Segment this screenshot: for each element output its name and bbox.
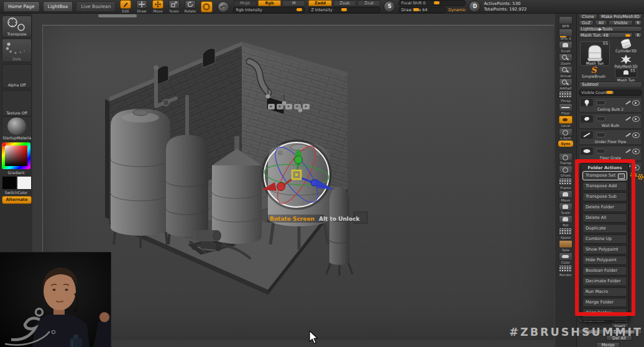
lightbox-tools-button[interactable]: Lightbox▶Tools bbox=[579, 26, 642, 32]
mrgb-button[interactable]: Mrgb bbox=[233, 0, 256, 6]
right-shelf-item-frame[interactable]: Frame bbox=[555, 178, 576, 190]
visibility-eye-icon[interactable] bbox=[632, 100, 640, 106]
goz-all-button[interactable]: All bbox=[595, 20, 607, 25]
visibility-eye-icon[interactable] bbox=[632, 116, 640, 122]
material-selector[interactable]: StartupMaterial bbox=[2, 116, 32, 141]
zadd-button[interactable]: Zadd bbox=[308, 0, 331, 6]
goz-visible-button[interactable]: Visible bbox=[609, 20, 633, 25]
right-shelf-item-xpose[interactable]: Xpose bbox=[555, 228, 576, 239]
alpha-selector[interactable]: Alpha Off bbox=[2, 64, 32, 88]
document-area[interactable]: Rotate Screen Alt to Unlock bbox=[42, 25, 554, 340]
sculptris-pro-icon bbox=[201, 1, 213, 12]
lightbox-button[interactable]: LightBox bbox=[43, 1, 73, 12]
subtool-item-under-floor-pipe[interactable]: Under Floor Pipe bbox=[579, 129, 642, 145]
polypaint-toggle[interactable] bbox=[596, 132, 605, 137]
subtool-item-ceiling-bulb-2[interactable]: Ceiling Bulb 2 bbox=[579, 97, 642, 113]
current-tool-thumbnail[interactable]: 55 Mash Tun bbox=[580, 41, 610, 66]
alternate-button[interactable]: Alternate bbox=[2, 196, 32, 204]
slider-nub[interactable] bbox=[413, 8, 419, 11]
rgb-intensity-slider[interactable]: Rgb Intensity bbox=[233, 7, 305, 13]
edit-pencil-icon[interactable] bbox=[625, 101, 630, 104]
zcut-button[interactable]: Zcut bbox=[357, 0, 380, 6]
right-shelf-item-color[interactable]: Color bbox=[555, 252, 576, 264]
right-shelf-item-local[interactable]: Local bbox=[555, 116, 576, 127]
stroke-stamp-icon[interactable]: S bbox=[384, 1, 395, 12]
current-brush-transpose[interactable]: Transpose bbox=[2, 16, 32, 37]
right-shelf-item-lsym[interactable]: L.Sym bbox=[555, 128, 576, 140]
active-tool-slider[interactable]: Mash Tun. 48 bbox=[579, 32, 633, 38]
draw-size-slider[interactable]: Draw Size 64 bbox=[398, 7, 446, 13]
right-shelf-item-move[interactable]: Move bbox=[555, 190, 576, 202]
subtool-section-header[interactable]: Subtool bbox=[579, 81, 642, 88]
recent-tool-mashtun[interactable]: 55 Mash Tun bbox=[611, 68, 641, 82]
subtool-merge-button[interactable]: Merge bbox=[596, 342, 620, 347]
color-picker[interactable] bbox=[2, 142, 30, 169]
depth-stamp-icon[interactable]: D bbox=[469, 1, 481, 12]
gizmo-option-chips[interactable] bbox=[268, 104, 310, 109]
right-shelf-item-render[interactable]: Render bbox=[555, 265, 576, 277]
tank-rocket-right[interactable] bbox=[326, 187, 367, 275]
make-polymesh3d-button[interactable]: Make PolyMesh3D bbox=[599, 14, 642, 19]
edit-pencil-icon[interactable] bbox=[625, 133, 630, 137]
right-shelf-item-bpr[interactable]: BPR bbox=[555, 16, 576, 28]
zsub-button[interactable]: Zsub bbox=[333, 0, 356, 6]
right-shelf-item-persp[interactable]: Persp bbox=[555, 91, 576, 103]
dynamic-toggle[interactable]: Dynamic bbox=[448, 7, 466, 12]
right-shelf-item-actual[interactable]: Actual bbox=[555, 66, 576, 78]
lightbox-divider-handle[interactable] bbox=[98, 14, 137, 17]
texture-selector[interactable]: Texture Off bbox=[2, 90, 32, 116]
recent-tool-cylinder3d[interactable]: Cylinder3D bbox=[611, 39, 641, 53]
rotate-button[interactable]: Rotate bbox=[183, 0, 196, 13]
scale-button[interactable]: Scale bbox=[167, 0, 180, 13]
edit-pencil-icon[interactable] bbox=[625, 149, 630, 153]
right-shelf-item-scale[interactable]: Scale bbox=[555, 203, 576, 215]
right-shelf-item-solo[interactable]: Solo bbox=[555, 240, 576, 252]
recent-tool-polymesh3d[interactable]: PolyMesh3D bbox=[611, 55, 641, 68]
clone-button[interactable]: Clone bbox=[579, 14, 597, 19]
right-shelf-item-rot[interactable]: Rot bbox=[555, 215, 576, 227]
focal-shift-slider[interactable]: Focal Shift 0 bbox=[398, 0, 466, 6]
r-button-small[interactable]: R bbox=[634, 32, 642, 38]
floor-pump[interactable] bbox=[191, 230, 221, 251]
visibility-eye-icon[interactable] bbox=[632, 132, 640, 138]
draw-button[interactable]: Draw bbox=[135, 0, 148, 13]
right-shelf-item-scroll[interactable]: Scroll bbox=[555, 41, 576, 53]
goz-button[interactable]: GoZ bbox=[579, 20, 594, 25]
sculptris-pro-button[interactable] bbox=[200, 1, 213, 12]
edit-pencil-icon[interactable] bbox=[625, 117, 630, 121]
gear-icon[interactable] bbox=[637, 174, 644, 180]
right-shelf-item-floor[interactable]: Floor bbox=[555, 103, 576, 115]
right-shelf-item-sync[interactable]: Sync bbox=[555, 141, 576, 152]
polypaint-toggle[interactable] bbox=[596, 149, 605, 154]
slider-nub[interactable] bbox=[297, 8, 302, 11]
viewport-3d-scene[interactable]: Rotate Screen Alt to Unlock bbox=[63, 25, 411, 299]
main-color-swatch[interactable] bbox=[2, 176, 17, 190]
slider-nub[interactable] bbox=[607, 91, 612, 94]
right-shelf-item-ghost[interactable]: Ghost bbox=[555, 165, 576, 177]
r-button[interactable]: R bbox=[634, 20, 642, 25]
right-shelf-item-aahalf[interactable]: AAHalf bbox=[555, 78, 576, 90]
right-shelf-item-zoom[interactable]: Zoom bbox=[555, 53, 576, 65]
stroke-dots[interactable]: Dots bbox=[2, 39, 32, 62]
rgb-button[interactable]: Rgb bbox=[258, 0, 281, 6]
z-intensity-slider[interactable]: Z Intensity bbox=[308, 7, 380, 13]
recent-tool-simplebrush[interactable]: S SimpleBrush bbox=[579, 66, 609, 78]
move-button[interactable]: Move bbox=[151, 0, 164, 13]
right-shelf-item-transp[interactable]: Transp bbox=[555, 153, 576, 165]
material-sphere-button[interactable] bbox=[216, 1, 230, 12]
secondary-color-swatch[interactable] bbox=[17, 176, 32, 190]
live-boolean-toggle[interactable]: Live Boolean bbox=[76, 1, 116, 12]
edit-button[interactable]: Edit bbox=[119, 0, 132, 13]
polypaint-toggle[interactable] bbox=[596, 100, 605, 105]
polypaint-toggle[interactable] bbox=[596, 116, 605, 121]
m-button[interactable]: M bbox=[282, 0, 305, 6]
visibility-eye-icon[interactable] bbox=[632, 149, 640, 154]
subtool-item-wall-bulb[interactable]: Wall Bulb bbox=[579, 113, 642, 129]
visible-count-slider[interactable]: Visible Count 13 bbox=[579, 90, 642, 96]
home-page-button[interactable]: Home Page bbox=[3, 1, 40, 12]
slider-nub[interactable] bbox=[341, 8, 347, 11]
right-shelf-item-spix[interactable]: SPix 3 bbox=[555, 29, 576, 40]
slider-nub[interactable] bbox=[434, 1, 439, 4]
color-picker-square[interactable] bbox=[5, 146, 27, 166]
ghost-icon bbox=[559, 165, 573, 174]
